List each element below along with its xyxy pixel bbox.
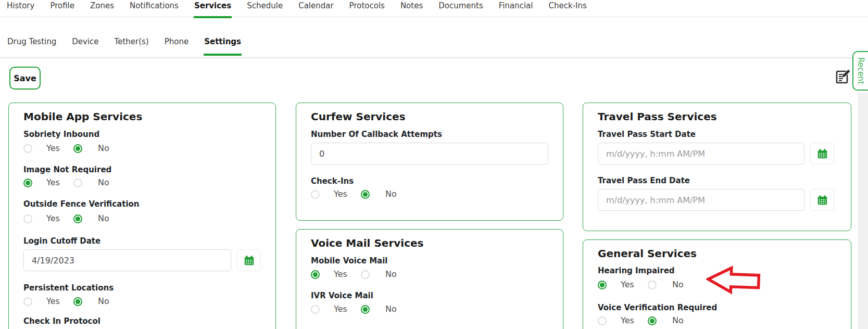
radio-label-yes[interactable]: Yes: [46, 178, 73, 187]
radio-label-no[interactable]: No: [385, 305, 397, 314]
field-label-ivr-voice-mail: IVR Voice Mail: [311, 291, 548, 300]
tab-history[interactable]: History: [6, 0, 35, 18]
tab-profile[interactable]: Profile: [49, 0, 75, 18]
panel-title: General Services: [598, 247, 836, 260]
login-cutoff-date-row: [23, 249, 261, 271]
radio-yes[interactable]: [23, 144, 32, 153]
field-label-image-not-required: Image Not Required: [23, 165, 261, 174]
save-button[interactable]: Save: [9, 67, 41, 90]
calendar-icon[interactable]: [237, 249, 261, 271]
radio-label-no[interactable]: No: [385, 189, 397, 199]
radio-no[interactable]: [73, 214, 82, 223]
subtab-settings[interactable]: Settings: [204, 32, 242, 56]
subnav-separator: [0, 57, 868, 58]
radio-label-yes[interactable]: Yes: [621, 316, 648, 325]
radio-label-no[interactable]: No: [98, 214, 109, 223]
radio-label-yes[interactable]: Yes: [334, 270, 361, 279]
radio-group-persistent-locations: Yes No: [23, 297, 261, 306]
panel-title: Travel Pass Services: [598, 110, 836, 123]
tab-documents[interactable]: Documents: [438, 0, 484, 18]
field-label-mobile-voice-mail: Mobile Voice Mail: [311, 256, 548, 265]
radio-label-yes[interactable]: Yes: [334, 189, 361, 199]
travel-pass-end-row: [598, 189, 836, 211]
travel-pass-start-row: [598, 143, 836, 164]
field-label-travel-pass-start-date: Travel Pass Start Date: [598, 130, 836, 139]
field-label-outside-fence-verification: Outside Fence Verification: [23, 199, 261, 209]
radio-no[interactable]: [648, 281, 657, 289]
panel-curfew-services: Curfew Services Number Of Callback Attem…: [296, 103, 563, 221]
radio-yes[interactable]: [23, 214, 32, 223]
document-edit-icon[interactable]: [834, 68, 852, 86]
tab-zones[interactable]: Zones: [90, 0, 115, 18]
radio-label-yes[interactable]: Yes: [334, 305, 361, 314]
radio-group-sobriety-inbound: Yes No: [23, 144, 261, 153]
tab-protocols[interactable]: Protocols: [349, 0, 385, 18]
field-label-check-ins: Check-Ins: [311, 176, 548, 186]
radio-label-no[interactable]: No: [98, 297, 109, 306]
radio-yes[interactable]: [311, 305, 320, 314]
radio-no[interactable]: [361, 190, 370, 199]
radio-yes[interactable]: [311, 190, 320, 199]
panel-title: Voice Mail Services: [311, 236, 548, 250]
radio-yes[interactable]: [598, 317, 607, 325]
tab-services[interactable]: Services: [194, 0, 232, 18]
subtab-tethers[interactable]: Tether(s): [114, 32, 149, 56]
field-label-travel-pass-end-date: Travel Pass End Date: [598, 176, 836, 185]
radio-label-yes[interactable]: Yes: [46, 297, 73, 306]
panel-travel-pass-services: Travel Pass Services Travel Pass Start D…: [583, 103, 851, 231]
radio-label-no[interactable]: No: [672, 280, 684, 289]
field-label-sobriety-inbound: Sobriety Inbound: [23, 130, 261, 139]
radio-label-no[interactable]: No: [98, 178, 109, 187]
secondary-nav: Drug Testing Device Tether(s) Phone Sett…: [7, 32, 242, 56]
recent-side-tab[interactable]: Recent: [852, 51, 868, 91]
tab-calendar[interactable]: Calendar: [298, 0, 334, 18]
field-label-callback-attempts: Number Of Callback Attempts: [311, 130, 548, 139]
radio-group-check-ins: Yes No: [311, 189, 548, 199]
tab-financial[interactable]: Financial: [498, 0, 534, 18]
field-label-persistent-locations: Persistent Locations: [23, 283, 261, 293]
radio-no[interactable]: [361, 305, 370, 314]
vertical-scrollbar[interactable]: [858, 93, 868, 329]
radio-yes[interactable]: [23, 297, 32, 306]
radio-yes[interactable]: [23, 179, 32, 187]
panel-title: Mobile App Services: [23, 110, 261, 123]
travel-pass-start-input[interactable]: [598, 143, 804, 164]
radio-yes[interactable]: [311, 270, 320, 279]
radio-group-mobile-voice-mail: Yes No: [311, 270, 548, 279]
panel-title: Curfew Services: [311, 110, 548, 123]
radio-label-no[interactable]: No: [672, 316, 684, 325]
travel-pass-end-input[interactable]: [598, 189, 804, 211]
radio-no[interactable]: [648, 317, 657, 325]
radio-no[interactable]: [73, 144, 82, 153]
radio-group-voice-verification-required: Yes No: [598, 316, 836, 325]
radio-label-yes[interactable]: Yes: [46, 144, 73, 153]
tab-check-ins[interactable]: Check-Ins: [548, 0, 587, 18]
calendar-icon[interactable]: [810, 143, 834, 164]
radio-group-ivr-voice-mail: Yes No: [311, 305, 548, 314]
radio-label-no[interactable]: No: [98, 144, 109, 153]
subtab-drug-testing[interactable]: Drug Testing: [7, 32, 57, 56]
field-label-login-cutoff-date: Login Cutoff Date: [23, 236, 261, 246]
field-label-voice-verification-required: Voice Verification Required: [598, 303, 836, 312]
field-label-check-in-protocol: Check In Protocol: [23, 317, 261, 326]
calendar-icon[interactable]: [810, 189, 834, 211]
radio-group-image-not-required: Yes No: [23, 178, 261, 187]
tab-notes[interactable]: Notes: [400, 0, 423, 18]
radio-label-yes[interactable]: Yes: [46, 214, 73, 223]
panel-voice-mail-services: Voice Mail Services Mobile Voice Mail Ye…: [296, 229, 563, 329]
radio-no[interactable]: [73, 297, 82, 306]
tab-notifications[interactable]: Notifications: [129, 0, 179, 18]
radio-group-outside-fence-verification: Yes No: [23, 214, 261, 223]
radio-no[interactable]: [361, 270, 370, 279]
radio-yes[interactable]: [598, 281, 607, 289]
radio-label-no[interactable]: No: [385, 270, 397, 279]
panel-mobile-app-services: Mobile App Services Sobriety Inbound Yes…: [8, 103, 276, 329]
callback-attempts-input[interactable]: [311, 143, 548, 164]
subtab-device[interactable]: Device: [71, 32, 99, 56]
radio-label-yes[interactable]: Yes: [621, 280, 648, 289]
red-annotation-arrow-icon: [706, 263, 763, 298]
radio-no[interactable]: [73, 179, 82, 187]
login-cutoff-date-input[interactable]: [23, 249, 231, 271]
tab-schedule[interactable]: Schedule: [246, 0, 283, 18]
subtab-phone[interactable]: Phone: [164, 32, 189, 56]
